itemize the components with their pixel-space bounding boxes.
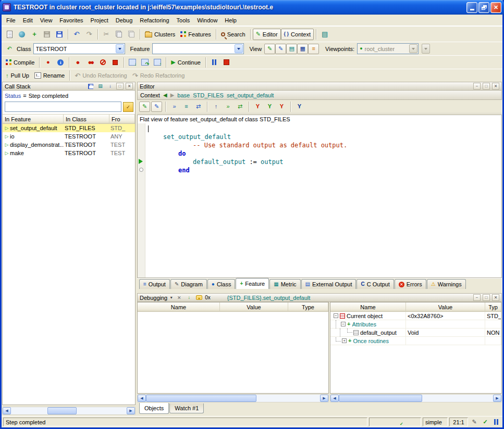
tab-diagram[interactable]: ✎Diagram bbox=[170, 279, 207, 289]
tab-c-output[interactable]: CC Output bbox=[357, 279, 394, 289]
debugging-maximize-button[interactable]: □ bbox=[483, 294, 490, 301]
objects-column-value[interactable]: Value bbox=[406, 302, 485, 312]
stack-import-button[interactable]: ↓ bbox=[106, 83, 114, 90]
object-tree-row[interactable]: − + Attributes bbox=[330, 320, 501, 329]
watch-column-type[interactable]: Type bbox=[288, 302, 328, 312]
diagram-tool-button[interactable]: ▤ bbox=[318, 29, 331, 40]
call-stack-maximize-button[interactable]: □ bbox=[116, 83, 124, 90]
editor-toggle-button[interactable]: ✎ Editor bbox=[253, 29, 281, 40]
context-toggle-button[interactable]: { } Context bbox=[281, 29, 314, 40]
collapse-icon[interactable]: − bbox=[341, 322, 346, 326]
stack-depth-input[interactable] bbox=[5, 102, 121, 112]
suppliers-button[interactable]: Y bbox=[276, 102, 287, 112]
go-parent-button[interactable]: ↑ bbox=[211, 102, 222, 112]
step-out-button[interactable]: ↑ bbox=[151, 57, 164, 68]
paste-button[interactable] bbox=[125, 29, 138, 40]
save-all-button[interactable] bbox=[53, 29, 66, 40]
scroll-left-arrow[interactable]: ◀ bbox=[3, 407, 11, 414]
scroll-track[interactable] bbox=[339, 395, 493, 402]
toggle-clickable-button[interactable]: ⇄ bbox=[235, 102, 245, 112]
objects-table[interactable]: Name Value Typ − Current object <0x32A87… bbox=[330, 302, 502, 394]
call-stack-row[interactable]: ▷set_output_default STD_FILES STD_ bbox=[3, 124, 135, 132]
call-stack-close-button[interactable]: ✕ bbox=[126, 83, 133, 90]
link-target-button[interactable]: » bbox=[169, 102, 180, 112]
editor-content[interactable]: Flat view of feature set_output_default … bbox=[137, 115, 502, 278]
compile-button[interactable]: Compile bbox=[3, 57, 37, 68]
scroll-right-arrow[interactable]: ▶ bbox=[493, 395, 501, 402]
menu-item-favorites[interactable]: Favorites bbox=[56, 16, 87, 25]
tab-warnings[interactable]: ⚠Warnings bbox=[427, 279, 466, 289]
new-window-button[interactable] bbox=[3, 29, 16, 40]
open-stack-window-button[interactable]: ▤ bbox=[96, 83, 104, 90]
debugging-minimize-button[interactable]: − bbox=[473, 294, 481, 301]
breakpoint-margin[interactable] bbox=[138, 123, 145, 277]
save-button[interactable] bbox=[41, 29, 53, 40]
debugging-close-tool-button[interactable]: ✕ bbox=[175, 294, 183, 301]
edit-feature-button[interactable]: ✎ bbox=[139, 102, 150, 112]
editor-maximize-button[interactable]: □ bbox=[483, 83, 490, 90]
format-marks-button[interactable]: ≡ bbox=[181, 102, 192, 112]
scroll-track[interactable] bbox=[146, 395, 320, 402]
pause-button[interactable] bbox=[208, 57, 220, 68]
scroll-thumb[interactable] bbox=[146, 395, 256, 402]
open-button[interactable] bbox=[16, 29, 28, 40]
copy-button[interactable] bbox=[113, 29, 125, 40]
breadcrumb-feature[interactable]: set_output_default bbox=[227, 92, 274, 98]
tab-output[interactable]: ≡Output bbox=[139, 279, 170, 289]
sync-indicator-button[interactable]: ✓ bbox=[481, 418, 490, 426]
close-button[interactable]: ✕ bbox=[490, 2, 501, 13]
search-button[interactable]: Search bbox=[218, 29, 248, 40]
watch-table[interactable]: Name Value Type bbox=[137, 302, 329, 394]
editor-close-button[interactable]: ✕ bbox=[492, 83, 499, 90]
stop-button[interactable] bbox=[220, 57, 233, 68]
viewpoints-combo[interactable]: ● root_cluster bbox=[357, 43, 419, 54]
descendants-button[interactable]: Y bbox=[264, 102, 275, 112]
step-over-button[interactable]: ↷ bbox=[139, 57, 151, 68]
feature-combo[interactable] bbox=[152, 43, 244, 54]
tab-class[interactable]: ●Class bbox=[207, 279, 236, 289]
code-area[interactable]: set_output_default -- Use standard outpu… bbox=[138, 123, 501, 277]
open-in-editor-button[interactable]: ✎ bbox=[151, 102, 162, 112]
minimize-button[interactable] bbox=[466, 2, 477, 13]
view-flat-button[interactable]: ▤ bbox=[286, 44, 297, 54]
menu-item-project[interactable]: Project bbox=[87, 16, 112, 25]
menu-item-file[interactable]: File bbox=[3, 16, 19, 25]
cut-button[interactable]: ✂ bbox=[100, 29, 113, 40]
object-tree-row[interactable]: − Current object <0x32A8760> STD_ bbox=[330, 312, 501, 320]
enable-breakpoints-button[interactable]: ● bbox=[71, 57, 84, 68]
pull-up-button[interactable]: ↑ Pull Up bbox=[3, 70, 32, 81]
undo-refactoring-button[interactable]: ↶ Undo Refactoring bbox=[72, 70, 130, 81]
scroll-right-arrow[interactable]: ▶ bbox=[127, 407, 135, 414]
show-breakpoints-button[interactable]: ●● bbox=[84, 57, 96, 68]
expression-button[interactable] bbox=[195, 294, 203, 301]
ancestors-button[interactable]: Y bbox=[252, 102, 263, 112]
tab-errors[interactable]: ✕Errors bbox=[395, 279, 426, 289]
debugged-feature-link[interactable]: {STD_FILES}.set_output_default bbox=[227, 295, 311, 301]
breadcrumb-class[interactable]: STD_FILES bbox=[193, 92, 224, 98]
class-combo-arrow[interactable] bbox=[116, 44, 124, 53]
disable-breakpoints-button[interactable] bbox=[109, 57, 121, 68]
objects-hscrollbar[interactable]: ◀ ▶ bbox=[330, 394, 502, 402]
tab-metric[interactable]: ▦Metric bbox=[269, 279, 300, 289]
menu-item-tools[interactable]: Tools bbox=[173, 16, 194, 25]
rename-button[interactable]: I.. Rename bbox=[32, 70, 67, 81]
undo-button[interactable]: ↶ bbox=[70, 29, 83, 40]
menu-item-refactoring[interactable]: Refactoring bbox=[136, 16, 173, 25]
menu-item-help[interactable]: Help bbox=[221, 16, 240, 25]
features-button[interactable]: Features bbox=[178, 29, 213, 40]
menu-item-view[interactable]: View bbox=[36, 16, 56, 25]
menu-item-edit[interactable]: Edit bbox=[19, 16, 36, 25]
context-forward-icon[interactable]: ▶ bbox=[170, 92, 175, 98]
tab-feature[interactable]: +Feature bbox=[236, 278, 269, 289]
info-button[interactable]: i bbox=[54, 57, 67, 68]
column-in-class[interactable]: In Class bbox=[64, 115, 109, 124]
call-stack-row[interactable]: ▷io TESTROOT ANY bbox=[3, 132, 135, 141]
call-stack-hscrollbar[interactable]: ◀ ▶ bbox=[2, 407, 136, 415]
class-combo[interactable]: TESTROOT bbox=[33, 43, 125, 54]
debugging-close-button[interactable]: ✕ bbox=[492, 294, 499, 301]
save-call-stack-button[interactable] bbox=[87, 83, 94, 90]
hex-toggle[interactable]: 0x bbox=[205, 295, 211, 300]
step-into-button[interactable]: ↓ bbox=[126, 57, 139, 68]
editor-minimize-button[interactable]: − bbox=[473, 83, 481, 90]
view-contract-button[interactable]: ▦ bbox=[297, 44, 308, 54]
